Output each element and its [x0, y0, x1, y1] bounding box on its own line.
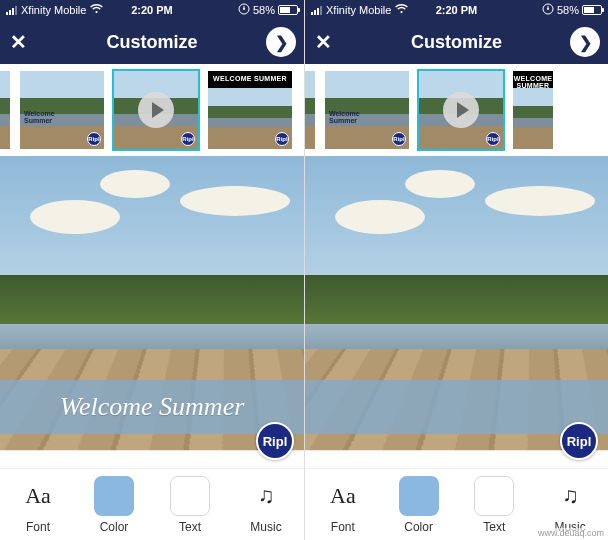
ripl-icon: Ripl	[275, 132, 289, 146]
template-thumb-dark[interactable]: WELCOME SUMMER Ripl	[206, 69, 294, 151]
template-strip[interactable]: Welcome Summer Ripl Ripl WELCOME SUMMER …	[0, 64, 304, 156]
text-swatch-icon	[474, 476, 514, 516]
template-top-label: WELCOME SUMMER	[208, 75, 292, 82]
tool-label: Color	[404, 520, 433, 534]
nav-bar: ✕ Customize ❯	[305, 20, 608, 64]
page-title: Customize	[106, 32, 197, 53]
ripl-icon: Ripl	[486, 132, 500, 146]
next-button[interactable]: ❯	[570, 27, 600, 57]
close-button[interactable]: ✕	[315, 30, 332, 54]
tool-label: Text	[483, 520, 505, 534]
overlay-text: Welcome Summer	[60, 392, 245, 422]
tool-label: Font	[331, 520, 355, 534]
signal-icon	[311, 6, 322, 15]
text-overlay[interactable]	[305, 380, 608, 434]
template-thumb-welcome[interactable]: Welcome Summer Ripl	[18, 69, 106, 151]
template-label: Welcome Summer	[329, 110, 360, 125]
close-button[interactable]: ✕	[10, 30, 27, 54]
template-thumb[interactable]	[0, 69, 12, 151]
preview-canvas[interactable]: Ripl	[305, 156, 608, 468]
template-thumb-selected[interactable]: Ripl	[417, 69, 505, 151]
tool-music[interactable]: ♫ Music	[538, 476, 602, 534]
template-thumb-welcome[interactable]: Welcome Summer Ripl	[323, 69, 411, 151]
tool-label: Music	[250, 520, 281, 534]
status-bar: Xfinity Mobile 2:20 PM 58%	[305, 0, 608, 20]
template-strip[interactable]: Welcome Summer Ripl Ripl WELCOME SUMMER	[305, 64, 608, 156]
next-button[interactable]: ❯	[266, 27, 296, 57]
text-swatch-icon	[170, 476, 210, 516]
template-thumb-dark[interactable]: WELCOME SUMMER	[511, 69, 555, 151]
wifi-icon	[395, 4, 408, 16]
tool-text[interactable]: Text	[158, 476, 222, 534]
template-thumb[interactable]	[305, 69, 317, 151]
color-swatch-icon	[94, 476, 134, 516]
ripl-badge: Ripl	[256, 422, 294, 460]
tool-label: Font	[26, 520, 50, 534]
status-time: 2:20 PM	[436, 4, 478, 16]
preview-canvas[interactable]: Welcome Summer Ripl	[0, 156, 304, 468]
play-icon[interactable]	[138, 92, 174, 128]
status-bar: Xfinity Mobile 2:20 PM 58%	[0, 0, 304, 20]
carrier-label: Xfinity Mobile	[21, 4, 86, 16]
rotation-lock-icon	[238, 3, 250, 17]
ripl-badge: Ripl	[560, 422, 598, 460]
tool-label: Color	[100, 520, 129, 534]
tool-bar: Aa Font Color Text ♫ Music	[0, 468, 304, 540]
page-title: Customize	[411, 32, 502, 53]
watermark: www.deuaq.com	[536, 528, 606, 538]
carrier-label: Xfinity Mobile	[326, 4, 391, 16]
tool-font[interactable]: Aa Font	[311, 476, 375, 534]
battery-icon	[582, 5, 602, 15]
svg-point-3	[547, 8, 549, 10]
tool-color[interactable]: Color	[387, 476, 451, 534]
tool-font[interactable]: Aa Font	[6, 476, 70, 534]
template-top-label: WELCOME SUMMER	[513, 75, 553, 89]
tool-music[interactable]: ♫ Music	[234, 476, 298, 534]
status-time: 2:20 PM	[131, 4, 173, 16]
color-swatch-icon	[399, 476, 439, 516]
wifi-icon	[90, 4, 103, 16]
pane-left: Xfinity Mobile 2:20 PM 58% ✕ Customize ❯…	[0, 0, 304, 540]
ripl-icon: Ripl	[392, 132, 406, 146]
ripl-icon: Ripl	[181, 132, 195, 146]
tool-color[interactable]: Color	[82, 476, 146, 534]
signal-icon	[6, 6, 17, 15]
tool-text[interactable]: Text	[462, 476, 526, 534]
music-icon: ♫	[550, 476, 590, 516]
template-thumb-selected[interactable]: Ripl	[112, 69, 200, 151]
font-icon: Aa	[323, 476, 363, 516]
pane-right: Xfinity Mobile 2:20 PM 58% ✕ Customize ❯…	[304, 0, 608, 540]
rotation-lock-icon	[542, 3, 554, 17]
text-overlay[interactable]: Welcome Summer	[0, 380, 304, 434]
ripl-icon: Ripl	[87, 132, 101, 146]
svg-point-1	[243, 8, 245, 10]
battery-percent: 58%	[557, 4, 579, 16]
play-icon[interactable]	[443, 92, 479, 128]
template-label: Welcome Summer	[24, 110, 55, 125]
music-icon: ♫	[246, 476, 286, 516]
nav-bar: ✕ Customize ❯	[0, 20, 304, 64]
battery-icon	[278, 5, 298, 15]
tool-label: Text	[179, 520, 201, 534]
battery-percent: 58%	[253, 4, 275, 16]
font-icon: Aa	[18, 476, 58, 516]
